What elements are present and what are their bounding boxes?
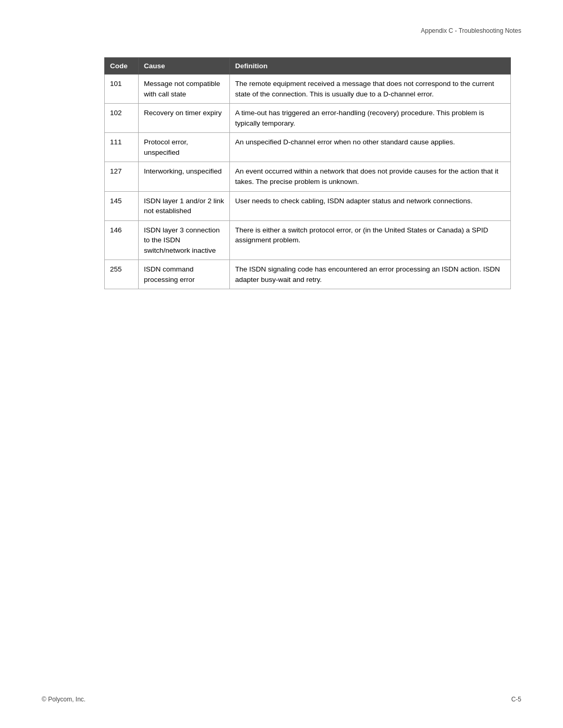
cell-code: 111 — [105, 133, 139, 162]
cell-cause: Protocol error, unspecified — [139, 133, 230, 162]
column-header-cause: Cause — [139, 58, 230, 75]
cell-code: 255 — [105, 260, 139, 289]
cell-definition: The remote equipment received a message … — [230, 75, 511, 104]
main-content: Code Cause Definition 101Message not com… — [104, 57, 511, 289]
table-row: 255ISDN command processing errorThe ISDN… — [105, 260, 511, 289]
column-header-code: Code — [105, 58, 139, 75]
cell-code: 145 — [105, 191, 139, 220]
footer-page-number: C-5 — [511, 696, 521, 703]
cell-code: 127 — [105, 162, 139, 191]
table-row: 111Protocol error, unspecifiedAn unspeci… — [105, 133, 511, 162]
cell-definition: The ISDN signaling code has encountered … — [230, 260, 511, 289]
cell-definition: There is either a switch protocol error,… — [230, 220, 511, 260]
cell-cause: ISDN command processing error — [139, 260, 230, 289]
cell-code: 146 — [105, 220, 139, 260]
cell-cause: Interworking, unspecified — [139, 162, 230, 191]
cell-code: 101 — [105, 75, 139, 104]
cell-definition: A time-out has triggered an error-handli… — [230, 104, 511, 133]
cell-cause: Recovery on timer expiry — [139, 104, 230, 133]
cell-cause: ISDN layer 1 and/or 2 link not establish… — [139, 191, 230, 220]
column-header-definition: Definition — [230, 58, 511, 75]
table-row: 145ISDN layer 1 and/or 2 link not establ… — [105, 191, 511, 220]
table-row: 101Message not compatible with call stat… — [105, 75, 511, 104]
cell-cause: Message not compatible with call state — [139, 75, 230, 104]
cell-code: 102 — [105, 104, 139, 133]
error-codes-table: Code Cause Definition 101Message not com… — [104, 57, 511, 289]
footer-copyright: © Polycom, Inc. — [42, 696, 85, 703]
table-header-row: Code Cause Definition — [105, 58, 511, 75]
cell-cause: ISDN layer 3 connection to the ISDN swit… — [139, 220, 230, 260]
table-row: 102Recovery on timer expiryA time-out ha… — [105, 104, 511, 133]
cell-definition: An event occurred within a network that … — [230, 162, 511, 191]
page-header: Appendix C - Troubleshooting Notes — [421, 27, 521, 34]
cell-definition: An unspecified D-channel error when no o… — [230, 133, 511, 162]
table-row: 146ISDN layer 3 connection to the ISDN s… — [105, 220, 511, 260]
table-row: 127Interworking, unspecifiedAn event occ… — [105, 162, 511, 191]
cell-definition: User needs to check cabling, ISDN adapte… — [230, 191, 511, 220]
